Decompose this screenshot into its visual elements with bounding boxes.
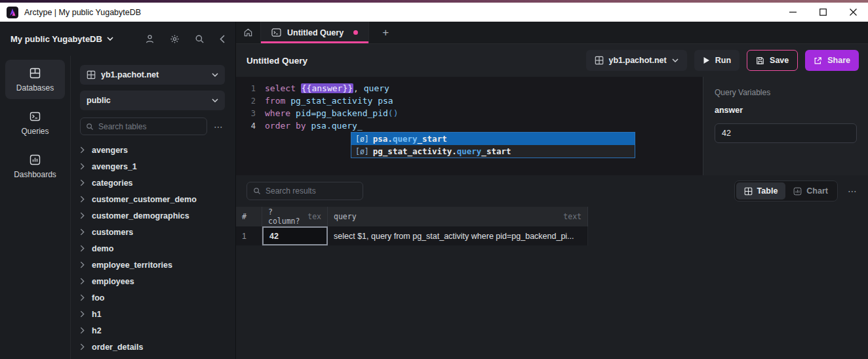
- run-button[interactable]: Run: [694, 50, 740, 71]
- chevron-right-icon: [80, 278, 85, 285]
- new-tab-button[interactable]: +: [369, 22, 402, 43]
- app-frame: My public YugabyteDB Databases Queries: [0, 22, 868, 359]
- table-view-button[interactable]: Table: [736, 182, 786, 200]
- results-view-controls: Table Chart ⋯: [734, 180, 859, 201]
- chart-view-button[interactable]: Chart: [785, 182, 836, 200]
- code-token: ,: [353, 83, 364, 93]
- code-token: order by: [265, 121, 311, 131]
- table-list-item[interactable]: order_details: [80, 339, 225, 355]
- run-label: Run: [715, 56, 731, 65]
- save-label: Save: [770, 56, 789, 65]
- tab-untitled-query[interactable]: Untitled Query: [261, 22, 369, 43]
- code-token: from: [265, 96, 290, 106]
- code-token: (): [388, 108, 399, 118]
- query-variables-title: Query Variables: [715, 88, 857, 97]
- row-number-cell[interactable]: 1: [236, 226, 262, 245]
- maximize-button[interactable]: [808, 3, 838, 22]
- sql-editor[interactable]: 1select {{answer}}, query2from pg_stat_a…: [236, 77, 703, 175]
- variable-name: answer: [715, 106, 857, 115]
- sidebar-item-label: Queries: [21, 127, 49, 136]
- table-list-item[interactable]: avengers_1: [80, 158, 225, 175]
- code-line[interactable]: 2from pg_stat_activity psa: [236, 95, 703, 107]
- column-header[interactable]: ?column?tex: [262, 207, 328, 226]
- column-header[interactable]: querytext: [328, 207, 588, 226]
- sidebar-item-queries[interactable]: Queries: [5, 103, 65, 142]
- suggestion-text: query: [457, 146, 482, 156]
- line-number: 4: [236, 121, 256, 131]
- code-line[interactable]: 1select {{answer}}, query: [236, 82, 703, 95]
- table-list-item[interactable]: h2: [80, 322, 225, 339]
- connection-selector[interactable]: yb1.pachot.net: [80, 65, 225, 85]
- chevron-down-icon: [672, 58, 679, 62]
- table-name: avengers: [92, 146, 128, 155]
- line-number: 3: [236, 109, 256, 118]
- code-token: psa.query_: [311, 121, 362, 131]
- table-grid-icon: [87, 70, 96, 79]
- unsaved-dot: [353, 30, 358, 35]
- workspace-selector[interactable]: My public YugabyteDB: [10, 34, 113, 44]
- table-name: customers: [92, 228, 133, 237]
- search-tables-input[interactable]: Search tables: [80, 117, 207, 135]
- table-list-item[interactable]: foo: [80, 289, 225, 306]
- nav-column: Databases Queries Dashboards: [0, 56, 71, 359]
- column-name: ?column?: [268, 207, 302, 226]
- table-list-item[interactable]: avengers: [80, 142, 225, 158]
- user-icon[interactable]: [145, 34, 155, 44]
- line-number: 1: [236, 84, 256, 93]
- query-connection-name: yb1.pachot.net: [609, 56, 667, 65]
- collapse-sidebar-icon[interactable]: [220, 35, 225, 43]
- variable-value-input[interactable]: 42: [715, 123, 857, 143]
- schema-selector[interactable]: public: [80, 91, 225, 110]
- minimize-button[interactable]: [778, 3, 808, 22]
- table-name: h1: [92, 310, 102, 319]
- sidebar-item-databases[interactable]: Databases: [5, 60, 65, 99]
- table-list-item[interactable]: customer_demographics: [80, 207, 225, 224]
- results-more-button[interactable]: ⋯: [846, 186, 859, 196]
- view-toggle: Table Chart: [734, 180, 838, 201]
- query-connection-selector[interactable]: yb1.pachot.net: [586, 50, 687, 71]
- code-line[interactable]: 3where pid=pg_backend_pid(): [236, 107, 703, 119]
- result-cell[interactable]: 42: [262, 226, 328, 245]
- table-name: employees: [92, 277, 134, 286]
- results-table-header: #?column?texquerytext: [236, 207, 588, 226]
- save-button[interactable]: Save: [747, 50, 798, 71]
- autocomplete-item[interactable]: [ø]psa.query_start: [351, 133, 635, 145]
- column-header[interactable]: #: [236, 207, 262, 226]
- table-list-item[interactable]: employees: [80, 273, 225, 289]
- chevron-right-icon: [80, 343, 85, 350]
- sidebar-item-dashboards[interactable]: Dashboards: [5, 146, 65, 186]
- table-list-item[interactable]: customer_customer_demo: [80, 191, 225, 207]
- results-table: #?column?texquerytext 142select $1, quer…: [236, 207, 588, 245]
- column-type: text: [558, 212, 582, 221]
- tables-panel: yb1.pachot.net public Search tables ⋯ av…: [71, 56, 235, 359]
- table-name: foo: [92, 293, 104, 303]
- search-results-input[interactable]: Search results: [247, 182, 363, 200]
- query-actions: yb1.pachot.net Run Save Share: [586, 50, 859, 71]
- autocomplete-item[interactable]: [ø]pg_stat_activity.query_start: [351, 145, 635, 158]
- play-icon: [703, 56, 710, 64]
- code-line[interactable]: 4order by psa.query_: [236, 119, 703, 132]
- search-icon[interactable]: [195, 34, 205, 44]
- tables-more-button[interactable]: ⋯: [212, 121, 225, 132]
- tables-search-row: Search tables ⋯: [80, 117, 225, 135]
- chevron-right-icon: [80, 212, 85, 219]
- close-button[interactable]: [838, 3, 868, 22]
- table-list-item[interactable]: demo: [80, 240, 225, 257]
- table-list-item[interactable]: h1: [80, 306, 225, 322]
- code-token: query: [364, 83, 389, 93]
- chevron-down-icon: [212, 73, 218, 77]
- query-tab-icon: [271, 28, 281, 37]
- workspace-name: My public YugabyteDB: [10, 34, 102, 44]
- chart-view-label: Chart: [806, 186, 828, 196]
- home-tab[interactable]: [236, 22, 261, 43]
- databases-icon: [30, 68, 41, 79]
- share-button[interactable]: Share: [805, 50, 859, 71]
- titlebar: Arctype | My public YugabyteDB: [0, 3, 868, 22]
- share-icon: [814, 56, 822, 65]
- table-list-item[interactable]: categories: [80, 175, 225, 191]
- sidebar-body: Databases Queries Dashboards yb1.pachot.…: [0, 56, 235, 359]
- result-cell[interactable]: select $1, query from pg_stat_activity w…: [328, 226, 588, 245]
- table-list-item[interactable]: employee_territories: [80, 257, 225, 273]
- table-list-item[interactable]: customers: [80, 224, 225, 240]
- gear-icon[interactable]: [170, 34, 180, 44]
